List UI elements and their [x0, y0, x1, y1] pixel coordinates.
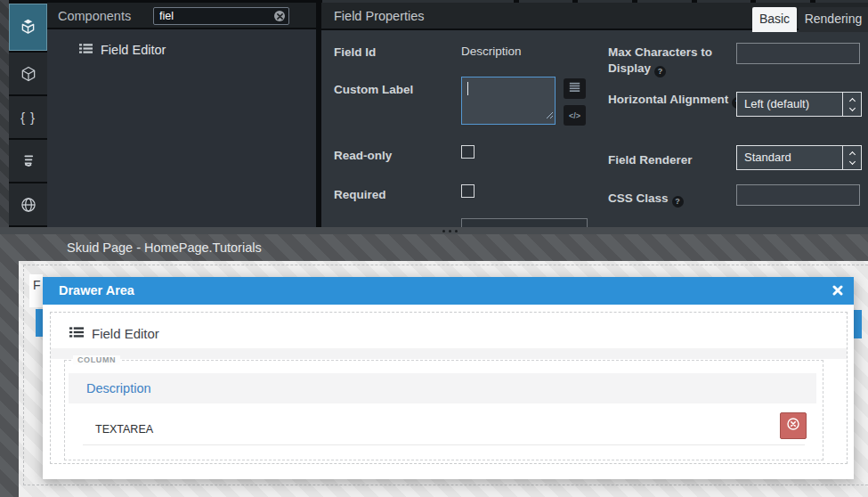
- nav-components-button[interactable]: [9, 4, 47, 51]
- horizontal-alignment-label: Horizontal Alignment?: [608, 92, 749, 109]
- custom-label-label: Custom Label: [334, 82, 413, 98]
- tab-basic[interactable]: Basic: [752, 7, 797, 32]
- max-characters-input-wrap: [736, 43, 860, 64]
- close-x-icon: [832, 283, 843, 299]
- drawer-close-button[interactable]: [831, 284, 845, 298]
- components-panel: Components Field Editor: [47, 3, 316, 227]
- field-editor-body-band: [51, 348, 847, 359]
- hidden-tab-right: [854, 310, 862, 338]
- components-box-icon: [19, 18, 37, 37]
- field-id-label: Field Id: [334, 45, 376, 61]
- read-only-label: Read-only: [334, 148, 392, 164]
- model-cube-icon: [20, 65, 37, 83]
- splitter-grip-icon: [449, 230, 451, 232]
- read-only-checkbox[interactable]: [461, 145, 475, 159]
- cutoff-property-input: [461, 218, 588, 227]
- max-characters-label: Max Characters to Display?: [608, 45, 749, 77]
- custom-label-textarea-wrap: [461, 77, 556, 125]
- components-panel-header: Components: [47, 3, 316, 29]
- css-class-input-wrap: [736, 184, 860, 206]
- nav-globe-button[interactable]: [9, 183, 47, 225]
- max-characters-input[interactable]: [737, 44, 859, 63]
- css-class-input[interactable]: [737, 185, 859, 205]
- globe-icon: [20, 196, 37, 214]
- page-preview-area: Skuid Page - HomePage.Tutorials F Drawer…: [0, 234, 868, 497]
- field-section-header: Description: [69, 373, 816, 403]
- field-id-value: Description: [461, 45, 522, 58]
- drawer-overlay: Drawer Area: [43, 277, 854, 479]
- required-label: Required: [334, 187, 386, 203]
- splitter-grip-icon: [455, 230, 458, 232]
- text-caret: [467, 82, 468, 95]
- field-properties-panel: Field Properties Basic Rendering Field I…: [321, 3, 868, 227]
- background-stripes: [0, 0, 9, 227]
- css-class-label: CSS Class?: [608, 191, 684, 208]
- page-canvas: F Drawer Area: [19, 261, 868, 497]
- components-search-box: [153, 7, 289, 25]
- remove-field-button[interactable]: [780, 412, 807, 439]
- drawer-header[interactable]: Drawer Area: [43, 277, 854, 305]
- skuid-page-builder: { } Components: [0, 0, 868, 497]
- builder-nav-bar: { }: [9, 0, 47, 227]
- code-editor-button[interactable]: </>: [564, 105, 586, 126]
- field-renderer-label: Field Renderer: [608, 152, 693, 168]
- drawer-title: Drawer Area: [59, 277, 134, 305]
- cutoff-property-field[interactable]: [462, 219, 587, 227]
- tab-rendering[interactable]: Rendering: [799, 7, 868, 32]
- field-divider: [83, 444, 805, 445]
- resources-braces-icon: { }: [20, 110, 36, 125]
- circle-x-icon: [786, 417, 800, 435]
- panel-splitter[interactable]: [0, 227, 868, 234]
- field-editor-column[interactable]: COLUMN Description TEXTAREA: [64, 360, 823, 460]
- properties-panel-title: Field Properties: [334, 3, 425, 30]
- nav-styles-button[interactable]: [9, 140, 47, 182]
- field-renderer-preview: TEXTAREA: [95, 423, 153, 436]
- field-editor-icon: [69, 325, 84, 343]
- field-editor-icon: [79, 42, 93, 58]
- field-editor-component-header[interactable]: Field Editor: [51, 319, 847, 348]
- field-editor-component-label: Field Editor: [92, 326, 159, 341]
- component-item-label: Field Editor: [101, 43, 166, 57]
- custom-label-textarea[interactable]: [462, 77, 555, 124]
- components-search-input[interactable]: [154, 8, 288, 24]
- help-icon[interactable]: ?: [654, 66, 666, 77]
- field-renderer-value: Standard: [744, 151, 791, 164]
- horizontal-alignment-select[interactable]: Left (default): [736, 92, 862, 117]
- field-picker-button[interactable]: [564, 78, 586, 99]
- styles-css-icon: [20, 152, 37, 169]
- code-icon: </>: [569, 111, 580, 120]
- hidden-tab-left: [36, 309, 43, 337]
- components-panel-title: Components: [58, 3, 131, 29]
- rows-icon: [569, 81, 580, 97]
- horizontal-alignment-value: Left (default): [744, 97, 809, 110]
- nav-models-button[interactable]: [9, 53, 47, 94]
- resize-handle-icon[interactable]: [546, 107, 554, 123]
- drawer-body: Field Editor COLUMN Description TEXTAREA: [43, 305, 854, 479]
- splitter-grip-icon: [442, 230, 445, 232]
- component-list-item-field-editor[interactable]: Field Editor: [47, 38, 316, 61]
- page-title: Skuid Page - HomePage.Tutorials: [67, 240, 262, 255]
- select-stepper-icon: [842, 93, 861, 116]
- field-header-link[interactable]: Description: [86, 373, 151, 403]
- search-clear-icon[interactable]: [274, 11, 285, 21]
- help-icon[interactable]: ?: [672, 196, 684, 208]
- column-label: COLUMN: [73, 355, 120, 364]
- nav-resources-button[interactable]: { }: [9, 96, 47, 138]
- hidden-component-text: F: [29, 274, 43, 307]
- field-renderer-select[interactable]: Standard: [736, 145, 862, 170]
- select-stepper-icon: [842, 146, 861, 169]
- required-checkbox[interactable]: [461, 184, 475, 198]
